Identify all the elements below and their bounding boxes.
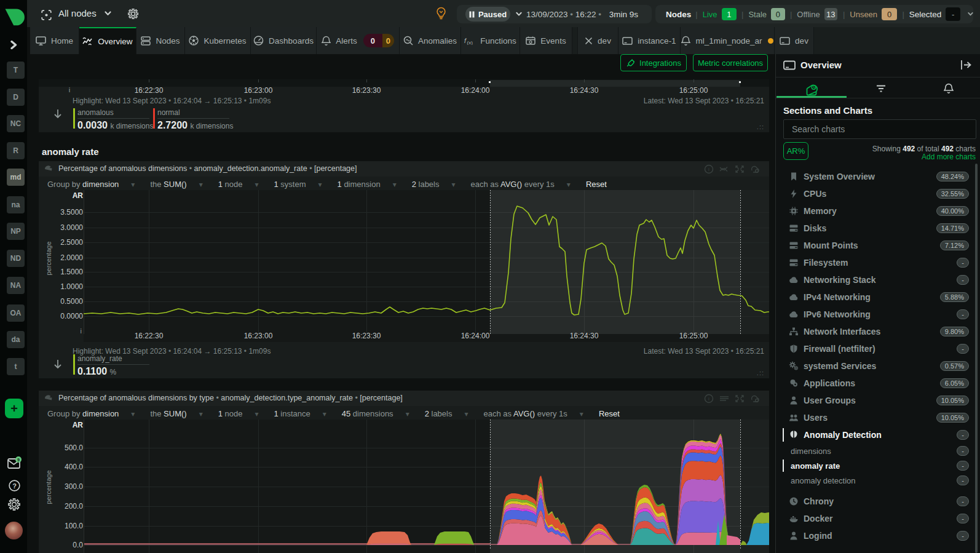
svg-text:16:23:30: 16:23:30 — [352, 86, 381, 95]
svg-text:i: i — [81, 327, 82, 335]
svg-text:9: 9 — [17, 458, 20, 462]
svg-text:2.5000: 2.5000 — [60, 238, 83, 247]
svg-text:3.5000: 3.5000 — [60, 208, 83, 217]
svg-text:400.0: 400.0 — [65, 463, 83, 471]
svg-text:16:22:30: 16:22:30 — [135, 332, 164, 340]
svg-text:16:25:00: 16:25:00 — [679, 86, 708, 95]
svg-text:16:23:30: 16:23:30 — [352, 332, 381, 340]
svg-text:0.0: 0.0 — [73, 541, 83, 549]
svg-text:i: i — [69, 86, 70, 93]
svg-text:3.0000: 3.0000 — [60, 223, 83, 232]
svg-text:2.0000: 2.0000 — [60, 253, 83, 262]
svg-text:percentage: percentage — [45, 470, 52, 504]
svg-text:100.0: 100.0 — [65, 522, 83, 530]
svg-text:0.0000: 0.0000 — [60, 312, 83, 320]
svg-text:16:22:30: 16:22:30 — [135, 86, 164, 95]
svg-text:percentage: percentage — [45, 241, 52, 275]
svg-text:200.0: 200.0 — [65, 502, 83, 511]
svg-text:300.0: 300.0 — [65, 482, 83, 491]
svg-text:1.5000: 1.5000 — [60, 268, 83, 276]
svg-text:16:24:00: 16:24:00 — [461, 86, 490, 95]
svg-text:1.0000: 1.0000 — [60, 282, 83, 291]
svg-text:16:23:00: 16:23:00 — [244, 332, 273, 340]
svg-text:16:23:00: 16:23:00 — [244, 86, 273, 95]
svg-text:(x): (x) — [467, 40, 473, 46]
svg-text:i: i — [708, 396, 709, 402]
svg-text:16:25:00: 16:25:00 — [679, 332, 708, 340]
svg-text:0.5000: 0.5000 — [60, 297, 83, 306]
svg-text:16:24:30: 16:24:30 — [570, 332, 599, 340]
svg-text:500.0: 500.0 — [65, 444, 83, 452]
svg-text:?: ? — [12, 482, 17, 490]
svg-text:i: i — [708, 167, 709, 172]
svg-text:16:24:00: 16:24:00 — [461, 332, 490, 340]
svg-text:16:24:30: 16:24:30 — [570, 86, 599, 95]
svg-text:f: f — [464, 37, 467, 44]
svg-text:AR: AR — [73, 421, 84, 429]
svg-text:AR: AR — [73, 191, 84, 200]
